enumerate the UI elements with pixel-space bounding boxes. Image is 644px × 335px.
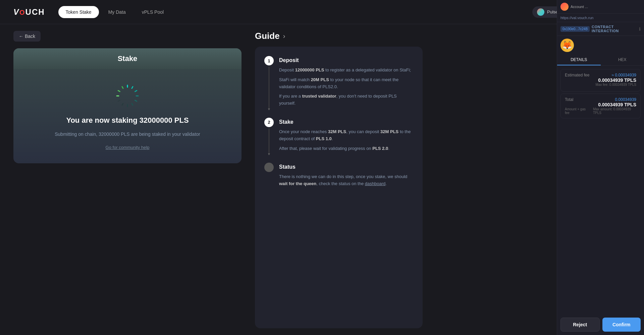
mm-avatar-row: Account ... [560, 3, 588, 11]
nav-tab-vpls-pool[interactable]: vPLS Pool [135, 6, 170, 18]
step-content-status: Status There is nothing we can do in thi… [279, 163, 413, 190]
nav-tabs: Token Stake My Data vPLS Pool [58, 6, 171, 18]
step-name-stake: Stake [279, 119, 413, 125]
guide-step-status: Status There is nothing we can do in thi… [264, 163, 413, 190]
step-text-status-1: There is nothing we can do in this step,… [279, 173, 413, 187]
stake-card-title: Stake [19, 54, 235, 63]
step-content-stake: Stake Once your node reaches 32M PLS, yo… [279, 118, 413, 155]
guide-card: 1 Deposit Deposit 12000000 PLS to regist… [255, 47, 423, 328]
step-circle-1: 1 [264, 56, 274, 65]
main-content: ← Back Stake [0, 24, 644, 335]
mm-interaction-label: CONTRACT INTERACTION [592, 25, 637, 33]
step-left-1: 1 [264, 56, 274, 110]
mm-total-row: Total 0.00034939 0.00034939 TPLS [565, 97, 636, 107]
community-help-link[interactable]: Go for community help [106, 145, 150, 150]
mm-total-values: 0.00034939 0.00034939 TPLS [598, 97, 636, 107]
mm-total-eth: 0.00034939 [598, 97, 636, 102]
left-panel: ← Back Stake [13, 31, 241, 328]
step-circle-3 [264, 163, 274, 172]
nav-tab-token-stake[interactable]: Token Stake [58, 6, 99, 18]
mm-top-bar: Account ... [557, 0, 644, 14]
svg-line-1 [132, 87, 133, 88]
step-text-deposit-1: Deposit 12000000 PLS to register as a de… [279, 67, 413, 74]
mm-fox-avatar [560, 39, 574, 52]
mm-tabs: DETAILS HEX [557, 55, 644, 66]
svg-line-11 [122, 87, 123, 88]
svg-line-2 [135, 91, 137, 92]
mm-fee-tpls: 0.00034939 TPLS [595, 77, 636, 83]
svg-line-10 [118, 91, 120, 92]
step-circle-2: 2 [264, 118, 274, 127]
metamask-panel: Account ... https://val.vouch.run 0x190e… [557, 0, 644, 335]
mm-total-section: Total 0.00034939 0.00034939 TPLS Amount … [560, 94, 641, 118]
mm-account-label: Account ... [571, 5, 588, 9]
loading-spinner [114, 82, 141, 109]
mm-total-label: Total [565, 97, 573, 107]
mm-fee-section: Estimated fee ≈ 0.00034939 0.00034939 TP… [560, 69, 641, 92]
guide-title: Guide [255, 31, 280, 41]
mm-total-sub: Amount + gas fee Max amount: 0.00034939 … [565, 107, 636, 115]
guide-chevron-icon: › [283, 32, 285, 40]
nav-tab-my-data[interactable]: My Data [102, 6, 132, 18]
mm-fee-row: Estimated fee ≈ 0.00034939 0.00034939 TP… [565, 73, 636, 87]
step-left-2: 2 [264, 118, 274, 155]
mm-fee-values: ≈ 0.00034939 0.00034939 TPLS Max fee: 0.… [595, 73, 636, 87]
mm-url: https://val.vouch.run [560, 16, 593, 20]
mm-amount-gas-label: Amount + gas fee [565, 107, 589, 115]
mm-actions: Reject Confirm [557, 314, 644, 335]
step-name-deposit: Deposit [279, 57, 413, 63]
mm-url-bar: https://val.vouch.run [557, 14, 644, 22]
mm-estimated-fee-label: Estimated fee [565, 73, 589, 77]
mm-tab-hex[interactable]: HEX [601, 55, 644, 65]
step-content-deposit: Deposit Deposit 12000000 PLS to register… [279, 56, 413, 110]
step-name-status: Status [279, 164, 413, 170]
guide-step-deposit: 1 Deposit Deposit 12000000 PLS to regist… [264, 56, 413, 110]
reject-button[interactable]: Reject [560, 318, 600, 332]
guide-step-stake: 2 Stake Once your node reaches 32M PLS, … [264, 118, 413, 155]
mm-tab-details[interactable]: DETAILS [557, 55, 601, 65]
right-panel: Guide › 1 Deposit Deposit 12000000 PLS t… [255, 31, 423, 328]
step-line-2 [269, 128, 269, 153]
back-button[interactable]: ← Back [13, 31, 41, 42]
mm-info-icon: ℹ [639, 26, 641, 32]
step-text-deposit-3: If you are a trusted validator, you don'… [279, 93, 413, 107]
mm-contract-row: 0x190e0...7c24B CONTRACT INTERACTION ℹ [557, 22, 644, 36]
svg-line-8 [118, 100, 120, 101]
step-text-deposit-2: StaFi will match 20M PLS to your node so… [279, 76, 413, 91]
stake-card-body: You are now staking 32000000 PLS Submitt… [13, 69, 241, 163]
mm-fox-avatar-small [560, 3, 569, 11]
step-text-stake-1: Once your node reaches 32M PLS, you can … [279, 128, 413, 143]
staking-message: You are now staking 32000000 PLS [66, 116, 189, 125]
step-line-1 [269, 67, 269, 108]
step-text-stake-2: After that, please wait for validating p… [279, 145, 413, 152]
mm-contract-address: 0x190e0...7c24B [560, 26, 590, 32]
stake-card: Stake [13, 48, 241, 163]
mm-fee-max: Max fee: 0.00034939 TPLS [595, 83, 636, 87]
mm-max-amount: Max amount: 0.00034939 TPLS [593, 107, 636, 115]
header: VOUCH Token Stake My Data vPLS Pool Puls… [0, 0, 644, 24]
mm-fee-eth: ≈ 0.00034939 [595, 73, 636, 77]
logo: VOUCH [13, 7, 45, 17]
network-icon [537, 8, 544, 16]
staking-subtitle: Submitting on chain, 32000000 PLS are be… [55, 131, 200, 137]
svg-line-5 [132, 104, 133, 105]
guide-header: Guide › [255, 31, 423, 41]
confirm-button[interactable]: Confirm [602, 318, 641, 332]
stake-card-header: Stake [13, 48, 241, 69]
svg-line-4 [135, 100, 137, 101]
svg-line-7 [122, 104, 123, 105]
mm-total-tpls: 0.00034939 TPLS [598, 102, 636, 107]
step-left-3 [264, 163, 274, 190]
